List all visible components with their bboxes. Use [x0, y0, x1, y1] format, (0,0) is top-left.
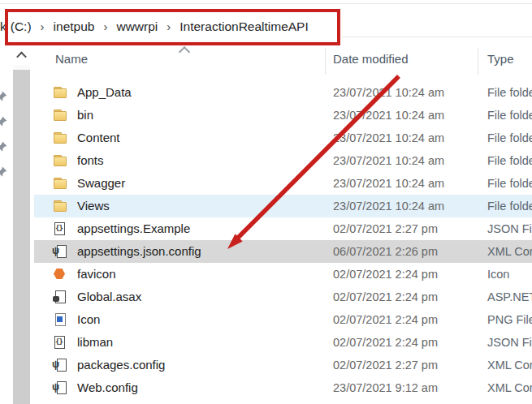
toolbar-divider [0, 3, 532, 4]
aspnet-file-icon [53, 290, 67, 303]
file-name: appsettings.json.config [77, 244, 201, 258]
file-type: XML Configuration File [487, 381, 532, 394]
file-row[interactable]: libman 02/07/2021 2:24 pm JSON File [34, 331, 532, 354]
file-date-modified: 23/07/2021 9:12 am [333, 381, 438, 394]
file-row[interactable]: Views 23/07/2021 10:24 am File folder [34, 195, 532, 217]
file-name: Swagger [77, 176, 125, 190]
folder-icon [53, 85, 67, 99]
file-name: Global.asax [77, 290, 141, 303]
file-date-modified: 02/07/2021 2:24 pm [333, 313, 438, 326]
file-name: favicon [77, 267, 116, 281]
file-row[interactable]: Icon 02/07/2021 2:24 pm PNG File [34, 308, 532, 331]
folder-icon [53, 176, 67, 190]
config-file-icon [53, 244, 67, 258]
file-name: Web.config [77, 380, 138, 394]
file-type: File folder [487, 86, 532, 99]
sort-ascending-icon [179, 46, 190, 58]
file-row[interactable]: Web.config 23/07/2021 9:12 am XML Config… [34, 376, 532, 399]
file-date-modified: 02/07/2021 2:27 pm [333, 222, 438, 235]
file-name: bin [77, 108, 93, 122]
file-date-modified: 23/07/2021 10:24 am [333, 86, 444, 99]
file-name: Icon [77, 312, 100, 326]
json-file-icon [53, 335, 67, 349]
file-type: PNG File [487, 313, 532, 326]
file-date-modified: 02/07/2021 2:27 pm [333, 359, 438, 372]
folder-icon [53, 131, 67, 144]
file-date-modified: 02/07/2021 2:24 pm [333, 268, 438, 281]
folder-icon [53, 199, 67, 213]
file-type: File folder [487, 109, 532, 122]
file-date-modified: 02/07/2021 2:24 pm [333, 290, 438, 303]
breadcrumb: k (C:) › inetpub › wwwrpi › InteractionR… [0, 11, 309, 43]
folder-icon [53, 108, 67, 122]
file-list: App_Data 23/07/2021 10:24 am File folder… [34, 81, 532, 399]
scrollbar-thumb[interactable] [13, 70, 30, 404]
file-date-modified: 06/07/2021 2:26 pm [333, 245, 438, 258]
folder-icon [53, 153, 67, 167]
json-file-icon [53, 221, 67, 235]
file-row-selected[interactable]: appsettings.json.config 06/07/2021 2:26 … [34, 240, 532, 263]
file-date-modified: 23/07/2021 10:24 am [333, 154, 444, 167]
file-explorer-window: { "annotations": { "accent_color": "#c82… [0, 0, 532, 404]
file-date-modified: 23/07/2021 10:24 am [333, 177, 444, 190]
file-date-modified: 23/07/2021 10:24 am [333, 200, 444, 213]
config-file-icon [53, 380, 67, 394]
file-row[interactable]: bin 23/07/2021 10:24 am File folder [34, 104, 532, 127]
pushpin-icon[interactable] [0, 115, 8, 129]
column-divider[interactable] [478, 48, 478, 75]
file-type: ASP.NET Server Application [487, 290, 532, 303]
breadcrumb-clipped-text: k [0, 19, 6, 34]
file-type: File folder [487, 154, 532, 167]
column-divider[interactable] [325, 48, 326, 75]
file-name: libman [77, 335, 113, 349]
file-date-modified: 02/07/2021 2:24 pm [333, 336, 438, 349]
file-row[interactable]: favicon 02/07/2021 2:24 pm Icon [34, 263, 532, 286]
file-type: Icon [487, 268, 509, 281]
column-header-type[interactable]: Type [487, 52, 514, 66]
breadcrumb-separator-icon: › [103, 19, 107, 33]
file-name: Views [77, 199, 110, 213]
file-row[interactable]: Swagger 23/07/2021 10:24 am File folder [34, 172, 532, 195]
file-type: File folder [487, 131, 532, 144]
favicon-icon [53, 267, 67, 281]
breadcrumb-separator-icon: › [41, 19, 45, 33]
breadcrumb-segment-current-folder[interactable]: InteractionRealtimeAPI [179, 19, 309, 34]
file-name: fonts [77, 153, 104, 167]
pushpin-icon[interactable] [0, 140, 8, 154]
column-header-date-modified[interactable]: Date modified [333, 52, 409, 66]
column-header-name[interactable]: Name [55, 52, 88, 66]
file-type: XML Configuration File [487, 245, 532, 258]
file-row[interactable]: App_Data 23/07/2021 10:24 am File folder [34, 81, 532, 104]
file-date-modified: 23/07/2021 10:24 am [333, 109, 444, 122]
pushpin-icon[interactable] [0, 165, 8, 179]
png-file-icon [53, 312, 67, 326]
file-name: App_Data [77, 85, 132, 99]
breadcrumb-segment-wwwrpi[interactable]: wwwrpi [116, 19, 158, 34]
breadcrumb-separator-icon: › [167, 19, 171, 33]
file-type: XML Configuration File [487, 359, 532, 372]
breadcrumb-segment-drive[interactable]: (C:) [11, 19, 32, 34]
file-type: File folder [487, 200, 532, 213]
pushpin-icon[interactable] [0, 90, 8, 104]
file-type: File folder [487, 177, 532, 190]
file-name: Content [77, 131, 120, 144]
file-date-modified: 23/07/2021 10:24 am [333, 131, 444, 144]
file-row[interactable]: fonts 23/07/2021 10:24 am File folder [34, 149, 532, 172]
file-row[interactable]: packages.config 02/07/2021 2:27 pm XML C… [34, 354, 532, 376]
file-row[interactable]: appsettings.Example 02/07/2021 2:27 pm J… [34, 217, 532, 240]
file-row[interactable]: Content 23/07/2021 10:24 am File folder [34, 127, 532, 149]
file-name: appsettings.Example [77, 221, 190, 235]
chevron-up-icon [16, 52, 27, 62]
config-file-icon [53, 358, 67, 372]
file-name: packages.config [77, 358, 165, 372]
address-bar-divider [342, 37, 532, 37]
file-type: JSON File [487, 222, 532, 235]
breadcrumb-segment-inetpub[interactable]: inetpub [54, 19, 95, 34]
file-row[interactable]: Global.asax 02/07/2021 2:24 pm ASP.NET S… [34, 286, 532, 308]
file-type: JSON File [487, 336, 532, 349]
scrollbar-up-button[interactable] [13, 46, 30, 65]
